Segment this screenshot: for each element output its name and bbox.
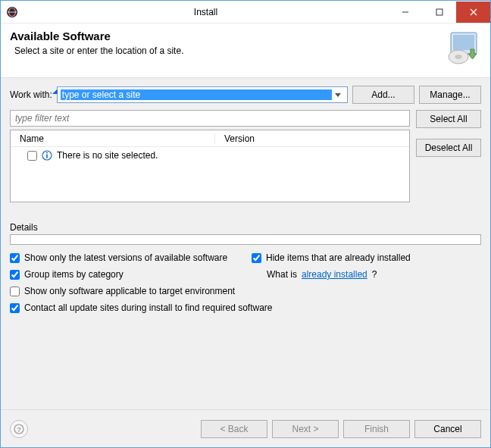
manage-button[interactable]: Manage... <box>419 86 481 104</box>
titlebar[interactable]: Install <box>1 1 490 23</box>
install-wizard-icon <box>445 30 481 68</box>
chevron-down-icon[interactable] <box>332 92 344 98</box>
svg-rect-8 <box>453 35 474 50</box>
checkbox-contact-sites[interactable] <box>10 303 20 313</box>
checkbox-group[interactable] <box>10 270 20 280</box>
svg-rect-4 <box>436 9 443 15</box>
details-label: Details <box>10 222 481 233</box>
eclipse-icon <box>1 6 23 18</box>
option-hide-installed[interactable]: Hide items that are already installed <box>252 252 481 263</box>
info-icon <box>42 150 52 161</box>
next-button[interactable]: Next > <box>272 420 339 438</box>
page-subtitle: Select a site or enter the location of a… <box>10 45 183 56</box>
column-version[interactable]: Version <box>215 133 409 144</box>
table-header: Name Version <box>11 130 409 147</box>
deselect-all-button[interactable]: Deselect All <box>416 139 481 157</box>
help-icon[interactable]: ? <box>10 420 28 438</box>
empty-message: There is no site selected. <box>57 150 158 161</box>
select-all-button[interactable]: Select All <box>416 110 481 128</box>
page-title: Available Software <box>10 30 183 42</box>
install-dialog: Install Available Software Select a site… <box>0 0 491 448</box>
column-name[interactable]: Name <box>11 133 215 144</box>
finish-button[interactable]: Finish <box>343 420 410 438</box>
work-with-value[interactable]: type or select a site <box>61 89 332 100</box>
svg-point-10 <box>455 55 462 59</box>
checkbox-latest[interactable] <box>10 253 20 263</box>
svg-rect-14 <box>46 155 48 158</box>
svg-point-15 <box>46 152 48 154</box>
add-button[interactable]: Add... <box>352 86 414 104</box>
wizard-footer: ? < Back Next > Finish Cancel <box>1 409 490 447</box>
work-with-combo[interactable]: type or select a site <box>57 86 348 103</box>
option-latest[interactable]: Show only the latest versions of availab… <box>10 252 239 263</box>
details-box[interactable] <box>10 234 481 245</box>
already-installed-hint: What is already installed ? <box>252 269 481 280</box>
checkbox-hide-installed[interactable] <box>252 253 261 263</box>
window-title: Install <box>23 7 388 17</box>
svg-marker-12 <box>335 93 341 97</box>
wizard-header: Available Software Select a site or ente… <box>1 23 490 78</box>
row-checkbox[interactable] <box>27 151 37 161</box>
option-contact-sites[interactable]: Contact all update sites during install … <box>10 302 481 313</box>
option-target-env[interactable]: Show only software applicable to target … <box>10 286 481 296</box>
already-installed-link[interactable]: already installed <box>302 269 367 280</box>
back-button[interactable]: < Back <box>201 420 267 438</box>
maximize-button[interactable] <box>422 2 456 23</box>
option-group[interactable]: Group items by category <box>10 269 239 280</box>
cancel-button[interactable]: Cancel <box>414 420 481 438</box>
checkbox-target-env[interactable] <box>10 287 20 296</box>
close-button[interactable] <box>456 2 490 23</box>
filter-input[interactable] <box>10 110 410 127</box>
minimize-button[interactable] <box>388 2 422 23</box>
work-with-label: Work with:◢ <box>10 89 52 100</box>
table-row: There is no site selected. <box>17 150 403 161</box>
svg-text:?: ? <box>17 425 20 433</box>
software-table[interactable]: Name Version There is no site selected. <box>10 130 410 202</box>
